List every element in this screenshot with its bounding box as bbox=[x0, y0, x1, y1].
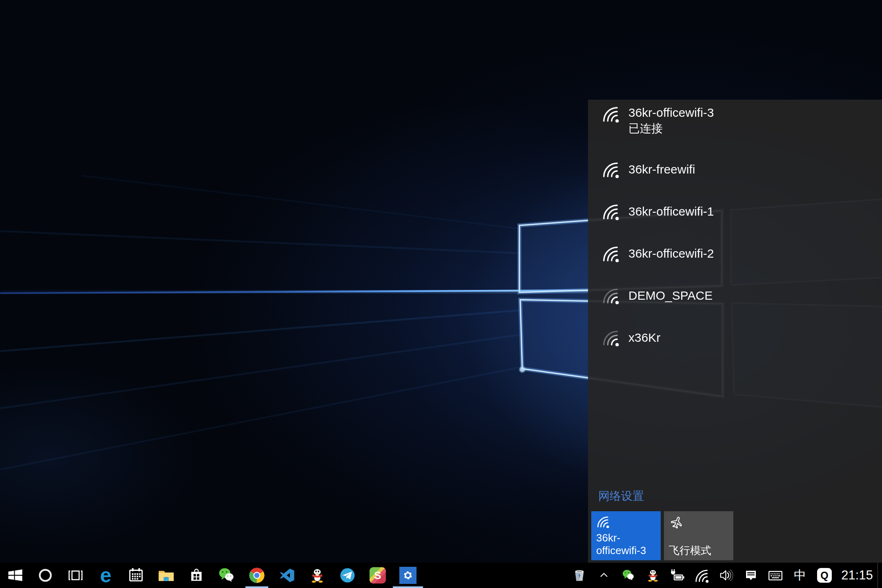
cortana-circle-icon bbox=[37, 567, 54, 584]
wifi-toggle-tile[interactable]: 36kr-officewifi-3 bbox=[591, 511, 661, 560]
tray-action-center-icon[interactable] bbox=[739, 563, 763, 588]
wifi-tile-label: 36kr-officewifi-3 bbox=[596, 532, 657, 557]
taskbar-wechat-button[interactable] bbox=[212, 563, 242, 588]
slack-letter: S bbox=[374, 569, 381, 582]
windows-start-icon bbox=[7, 567, 24, 584]
network-name: DEMO_SPACE bbox=[628, 288, 713, 303]
running-indicator bbox=[393, 586, 423, 588]
chevron-up-icon bbox=[597, 569, 610, 582]
taskbar-chrome-button[interactable] bbox=[242, 563, 272, 588]
calendar-icon bbox=[128, 567, 144, 584]
tray-keyboard-icon[interactable] bbox=[763, 563, 788, 588]
network-settings-link[interactable]: 网络设置 bbox=[598, 488, 644, 504]
taskbar-slack-button[interactable]: S bbox=[363, 563, 393, 588]
taskbar-cortana-button[interactable] bbox=[30, 563, 60, 588]
wechat-icon bbox=[218, 566, 236, 584]
taskbar-calendar-button[interactable] bbox=[121, 563, 151, 588]
airplane-tile-label: 飞行模式 bbox=[669, 544, 729, 557]
wifi-network-item[interactable]: x36Kr bbox=[601, 326, 882, 350]
taskbar-settings-button[interactable] bbox=[393, 563, 423, 588]
task-view-icon bbox=[67, 567, 84, 584]
tray-wifi-icon[interactable] bbox=[690, 563, 714, 588]
tray-qq-ime-icon[interactable]: Q bbox=[812, 563, 837, 588]
taskbar-qq-button[interactable] bbox=[302, 563, 332, 588]
battery-charging-icon bbox=[670, 568, 685, 583]
light-streaks bbox=[0, 176, 519, 470]
wifi-signal-icon bbox=[601, 245, 620, 262]
ime-chinese-label: 中 bbox=[794, 567, 806, 584]
wifi-network-item[interactable]: 36kr-officewifi-2 bbox=[601, 242, 882, 265]
store-icon bbox=[189, 567, 204, 584]
taskbar-store-button[interactable] bbox=[181, 563, 212, 588]
wifi-network-item[interactable]: 36kr-officewifi-1 bbox=[601, 200, 882, 223]
airplane-icon bbox=[669, 515, 684, 531]
taskbar-telegram-button[interactable] bbox=[332, 563, 363, 588]
wifi-signal-icon bbox=[601, 105, 620, 122]
network-name: 36kr-officewifi-1 bbox=[628, 204, 714, 219]
qq-icon bbox=[309, 567, 326, 584]
airplane-mode-tile[interactable]: 飞行模式 bbox=[664, 511, 733, 560]
telegram-icon bbox=[339, 567, 356, 584]
wifi-signal-icon bbox=[601, 203, 620, 220]
file-explorer-icon bbox=[157, 566, 175, 584]
visual-studio-icon bbox=[278, 567, 296, 584]
network-name: 36kr-officewifi-3 bbox=[628, 105, 714, 120]
wifi-network-flyout: 36kr-officewifi-3 已连接 36kr-freewifi bbox=[588, 100, 882, 563]
wifi-icon bbox=[596, 515, 610, 528]
taskbar-edge-button[interactable]: e bbox=[91, 563, 121, 588]
taskbar-app-buttons: e bbox=[0, 563, 423, 588]
taskbar-task-view-button[interactable] bbox=[60, 563, 91, 588]
wifi-signal-icon bbox=[601, 329, 620, 346]
network-name: 36kr-officewifi-2 bbox=[628, 246, 714, 261]
flyout-spacer bbox=[588, 368, 882, 488]
wifi-network-item[interactable]: 36kr-freewifi bbox=[601, 158, 882, 181]
tray-wechat-icon[interactable] bbox=[616, 563, 641, 588]
q-badge-letter: Q bbox=[820, 570, 828, 581]
slack-icon: S bbox=[370, 567, 386, 584]
tray-qq-icon[interactable] bbox=[641, 563, 665, 588]
taskbar-visual-studio-button[interactable] bbox=[272, 563, 302, 588]
tray-battery-icon[interactable] bbox=[665, 563, 690, 588]
wifi-signal-icon bbox=[601, 287, 620, 304]
taskbar: e bbox=[0, 563, 882, 588]
taskbar-start-button[interactable] bbox=[0, 563, 30, 588]
network-name: x36Kr bbox=[628, 330, 660, 345]
speaker-icon bbox=[719, 568, 734, 583]
taskbar-file-explorer-button[interactable] bbox=[151, 563, 181, 588]
tray-show-hidden-button[interactable] bbox=[592, 563, 616, 588]
running-indicator bbox=[245, 586, 268, 588]
quick-action-tiles: 36kr-officewifi-3 飞行模式 bbox=[591, 511, 882, 560]
tray-clock[interactable]: 21:15 bbox=[837, 568, 878, 583]
desktop-screen: 36kr-officewifi-3 已连接 36kr-freewifi bbox=[0, 0, 882, 588]
show-desktop-button[interactable] bbox=[878, 563, 882, 588]
wifi-network-item[interactable]: DEMO_SPACE bbox=[601, 284, 882, 307]
network-name: 36kr-freewifi bbox=[628, 162, 695, 177]
network-status: 已连接 bbox=[628, 122, 714, 136]
q-badge-icon: Q bbox=[817, 568, 832, 583]
wifi-network-item[interactable]: 36kr-officewifi-3 已连接 bbox=[601, 105, 882, 142]
chrome-icon bbox=[248, 567, 265, 584]
tray-ime-indicator[interactable]: 中 bbox=[788, 563, 812, 588]
tray-recycle-bin-icon[interactable] bbox=[567, 563, 592, 588]
wifi-signal-icon bbox=[601, 161, 620, 178]
wifi-network-list: 36kr-officewifi-3 已连接 36kr-freewifi bbox=[588, 100, 882, 368]
tray-volume-icon[interactable] bbox=[714, 563, 739, 588]
edge-browser-icon: e bbox=[100, 565, 111, 586]
system-tray: 中 Q 21:15 bbox=[567, 563, 882, 588]
settings-gear-icon bbox=[399, 567, 416, 584]
